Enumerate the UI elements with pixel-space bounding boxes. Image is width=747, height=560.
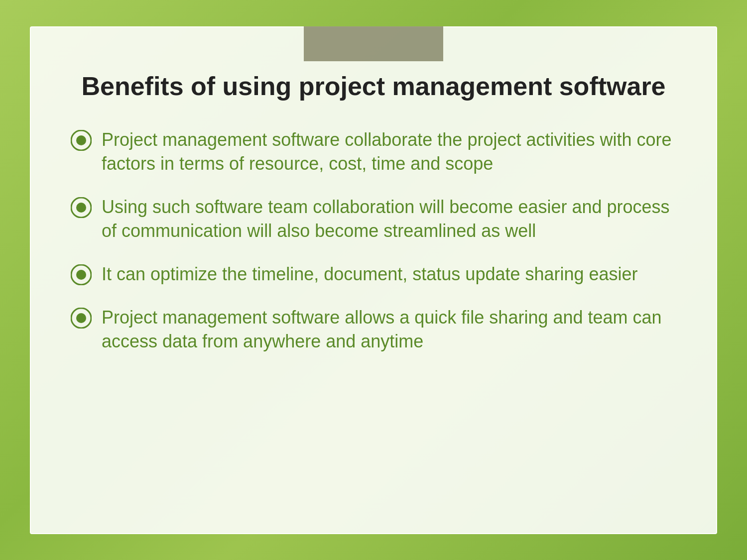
svg-point-1 <box>76 135 86 145</box>
list-item: Project management software allows a qui… <box>71 306 686 354</box>
list-item: Using such software team collaboration w… <box>71 195 686 243</box>
bullet-icon-3 <box>71 264 92 285</box>
slide-inner: Benefits of using project management sof… <box>30 26 717 534</box>
bullet-icon-2 <box>71 197 92 218</box>
bullet-text-2: Using such software team collaboration w… <box>102 195 686 243</box>
bullet-icon-1 <box>71 130 92 151</box>
top-decoration <box>304 26 443 61</box>
svg-point-7 <box>76 313 86 323</box>
bullet-list: Project management software collaborate … <box>71 128 686 354</box>
bullet-text-4: Project management software allows a qui… <box>102 306 686 354</box>
bullet-icon-4 <box>71 308 92 329</box>
svg-point-3 <box>76 203 86 213</box>
list-item: It can optimize the timeline, document, … <box>71 262 686 287</box>
slide-container: Benefits of using project management sof… <box>0 0 747 560</box>
list-item: Project management software collaborate … <box>71 128 686 176</box>
bullet-text-3: It can optimize the timeline, document, … <box>102 262 686 287</box>
bullet-text-1: Project management software collaborate … <box>102 128 686 176</box>
svg-point-5 <box>76 270 86 280</box>
slide-title: Benefits of using project management sof… <box>61 72 686 101</box>
